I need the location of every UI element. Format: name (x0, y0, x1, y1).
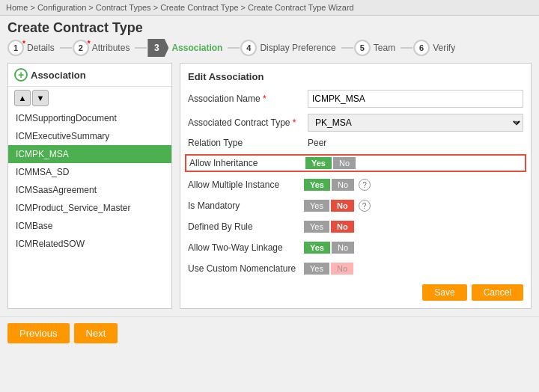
save-button[interactable]: Save (422, 284, 466, 301)
is-mandatory-yes-button[interactable]: Yes (304, 200, 329, 212)
panel-header: + Association (8, 64, 171, 87)
associated-contract-type-row: Associated Contract Type PK_MSA (188, 114, 523, 132)
association-name-input[interactable] (308, 90, 523, 108)
move-up-button[interactable]: ▲ (14, 90, 31, 106)
allow-two-way-linkage-label: Allow Two-Way Linkage (188, 242, 304, 253)
allow-two-way-linkage-yes-button[interactable]: Yes (304, 242, 330, 254)
add-association-icon[interactable]: + (14, 68, 28, 82)
defined-by-rule-row: Defined By Rule Yes No (188, 218, 523, 235)
list-item[interactable]: ICMExecutiveSummary (8, 127, 171, 145)
edit-panel-title: Edit Association (188, 71, 523, 82)
previous-button[interactable]: Previous (7, 323, 70, 343)
allow-two-way-linkage-toggle: Yes No (304, 242, 354, 254)
allow-multiple-instance-help-icon[interactable]: ? (359, 179, 371, 191)
step-num-2: 2 (73, 40, 89, 56)
step-label-3: Association (168, 43, 225, 53)
allow-multiple-instance-label: Allow Multiple Instance (188, 180, 304, 190)
relation-type-value: Peer (308, 138, 326, 148)
right-panel: Edit Association Association Name Associ… (180, 63, 532, 309)
associated-contract-type-label: Associated Contract Type (188, 117, 308, 128)
main-content: + Association ▲ ▼ ICMSupportingDocument … (0, 63, 539, 316)
step-label-5: Team (371, 43, 398, 53)
arrow-buttons: ▲ ▼ (8, 87, 171, 109)
allow-inheritance-label: Allow Inheritance (189, 158, 305, 168)
wizard-steps: 1 Details 2 Attributes 3 Association 4 D… (0, 39, 539, 63)
allow-multiple-instance-no-button[interactable]: No (332, 179, 354, 191)
step-label-4: Display Preference (257, 43, 338, 53)
defined-by-rule-label: Defined By Rule (188, 221, 304, 232)
wizard-step-3[interactable]: 3 Association (147, 39, 225, 57)
use-custom-nomenclature-yes-button[interactable]: Yes (304, 263, 329, 275)
allow-inheritance-toggle: Yes No (305, 157, 356, 169)
relation-type-row: Relation Type Peer (188, 138, 523, 148)
step-connector-5-6 (401, 47, 412, 49)
association-list: ICMSupportingDocument ICMExecutiveSummar… (8, 109, 171, 253)
is-mandatory-row: Is Mandatory Yes No ? (188, 197, 523, 214)
list-item[interactable]: ICMRelatedSOW (8, 235, 171, 253)
step-num-6: 6 (413, 40, 430, 56)
allow-multiple-instance-yes-button[interactable]: Yes (304, 179, 330, 191)
step-connector-1-2 (60, 47, 72, 49)
use-custom-nomenclature-no-button[interactable]: No (331, 263, 353, 275)
next-button[interactable]: Next (74, 323, 118, 343)
use-custom-nomenclature-label: Use Custom Nomenclature (188, 263, 304, 274)
is-mandatory-no-button[interactable]: No (331, 200, 354, 212)
allow-two-way-linkage-no-button[interactable]: No (332, 242, 354, 254)
allow-two-way-linkage-row: Allow Two-Way Linkage Yes No (188, 239, 523, 256)
step-connector-2-3 (135, 47, 147, 49)
step-label-2: Attributes (89, 43, 133, 53)
footer: Previous Next (0, 316, 539, 349)
associated-contract-type-select-wrapper: PK_MSA (308, 114, 523, 132)
allow-multiple-instance-toggle: Yes No ? (304, 179, 371, 191)
step-num-3: 3 (147, 39, 168, 57)
wizard-step-1[interactable]: 1 Details (7, 40, 58, 56)
use-custom-nomenclature-toggle: Yes No (304, 263, 353, 275)
allow-multiple-instance-row: Allow Multiple Instance Yes No ? (188, 177, 523, 193)
defined-by-rule-yes-button[interactable]: Yes (304, 221, 329, 233)
list-item[interactable]: ICMMSA_SD (8, 163, 171, 181)
list-item[interactable]: ICMProduct_Service_Master (8, 199, 171, 217)
allow-inheritance-row: Allow Inheritance Yes No (185, 154, 526, 172)
associated-contract-type-select[interactable]: PK_MSA (308, 114, 523, 132)
defined-by-rule-toggle: Yes No (304, 221, 354, 233)
step-label-1: Details (24, 43, 58, 53)
wizard-step-6[interactable]: 6 Verify (413, 40, 458, 56)
is-mandatory-help-icon[interactable]: ? (359, 200, 371, 212)
is-mandatory-toggle: Yes No ? (304, 200, 371, 212)
list-item-selected[interactable]: ICMPK_MSA (8, 145, 171, 163)
action-buttons: Save Cancel (188, 284, 523, 301)
move-down-button[interactable]: ▼ (32, 90, 49, 106)
cancel-button[interactable]: Cancel (472, 284, 523, 301)
step-num-4: 4 (240, 40, 257, 56)
panel-title: Association (31, 70, 86, 81)
left-panel: + Association ▲ ▼ ICMSupportingDocument … (7, 63, 172, 309)
step-connector-3-4 (228, 47, 240, 49)
wizard-step-2[interactable]: 2 Attributes (73, 40, 133, 56)
list-item[interactable]: ICMSupportingDocument (8, 109, 171, 127)
association-name-label: Association Name (188, 94, 308, 104)
allow-inheritance-no-button[interactable]: No (333, 157, 356, 169)
list-item[interactable]: ICMBase (8, 217, 171, 235)
defined-by-rule-no-button[interactable]: No (331, 221, 354, 233)
step-label-6: Verify (430, 43, 458, 53)
wizard-step-5[interactable]: 5 Team (354, 40, 398, 56)
use-custom-nomenclature-row: Use Custom Nomenclature Yes No (188, 260, 523, 277)
allow-inheritance-yes-button[interactable]: Yes (305, 157, 332, 169)
wizard-step-4[interactable]: 4 Display Preference (240, 40, 338, 56)
association-name-row: Association Name (188, 90, 523, 108)
is-mandatory-label: Is Mandatory (188, 200, 304, 211)
list-item[interactable]: ICMSaasAgreement (8, 181, 171, 199)
step-num-5: 5 (354, 40, 371, 56)
page-title: Create Contract Type (0, 16, 539, 39)
relation-type-label: Relation Type (188, 138, 308, 148)
breadcrumb: Home > Configuration > Contract Types > … (0, 0, 539, 16)
step-num-1: 1 (7, 40, 24, 56)
step-connector-4-5 (341, 47, 353, 49)
